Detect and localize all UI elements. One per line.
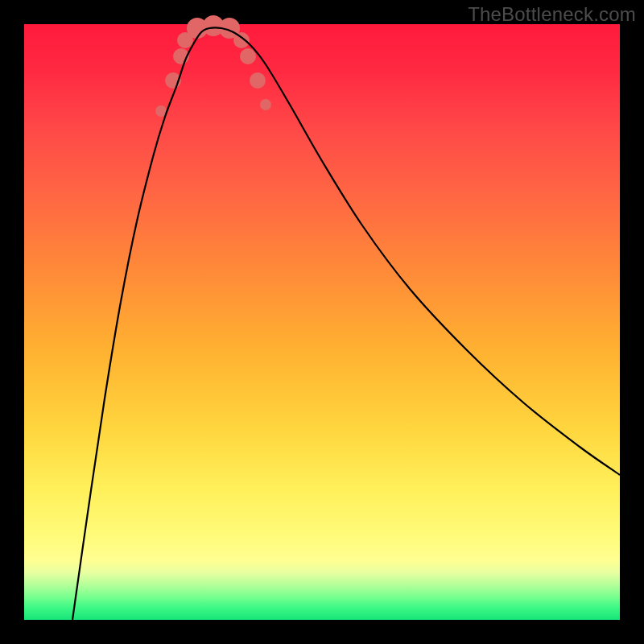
watermark-text: TheBottleneck.com xyxy=(468,3,636,26)
chart-frame: TheBottleneck.com xyxy=(0,0,644,644)
curve-svg xyxy=(24,24,620,620)
curve-marker xyxy=(260,99,271,110)
plot-area xyxy=(24,24,620,620)
marker-group xyxy=(155,15,271,117)
bottleneck-curve xyxy=(72,27,620,620)
curve-marker xyxy=(250,72,266,89)
curve-marker xyxy=(240,48,256,64)
